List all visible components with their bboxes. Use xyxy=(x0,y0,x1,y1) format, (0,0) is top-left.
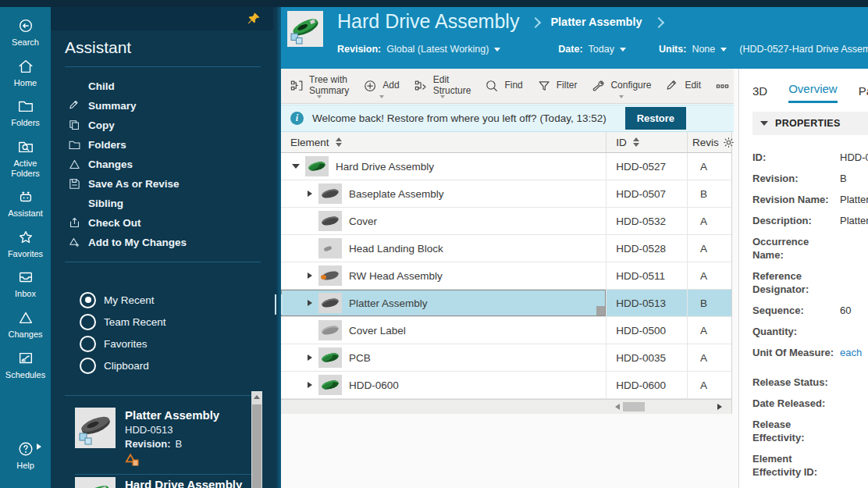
info-icon xyxy=(290,112,304,125)
recent-card-platter-assembly[interactable]: Platter Assembly HDD-0513 Revision:B xyxy=(75,405,261,475)
scrollbar-thumb[interactable] xyxy=(252,404,261,488)
assistant-menu-copy[interactable]: Copy xyxy=(68,116,273,135)
page-title: Hard Drive Assembly xyxy=(337,10,519,33)
expand-toggle-icon[interactable] xyxy=(304,382,315,388)
element-name: RW Head Assembly xyxy=(349,270,443,282)
scroll-up-button[interactable] xyxy=(251,391,262,403)
scroll-left-button[interactable] xyxy=(612,404,620,410)
recent-card-hard-drive-assembly[interactable]: Hard Drive Assembly HDD-0527 Revision:A xyxy=(75,475,261,488)
property-label: ID: xyxy=(752,151,840,164)
radio-button[interactable] xyxy=(80,358,96,374)
scroll-right-button[interactable] xyxy=(717,404,725,410)
column-settings-gear-icon[interactable] xyxy=(722,136,735,149)
table-row[interactable]: Cover Label HDD-0500 A xyxy=(281,317,731,344)
table-row[interactable]: PCB HDD-0035 A xyxy=(281,344,731,372)
edit-structure-button[interactable]: EditStructure xyxy=(407,69,478,103)
revision-dropdown[interactable]: Global (Latest Working) xyxy=(386,44,500,55)
scrollbar-thumb[interactable] xyxy=(623,402,645,411)
part-thumbnail xyxy=(318,347,342,368)
element-name: PCB xyxy=(349,352,371,364)
sidebar-item-assistant[interactable]: Assistant xyxy=(1,188,51,219)
radio-button[interactable] xyxy=(80,292,96,308)
edit-button[interactable]: Edit xyxy=(658,69,708,103)
find-button[interactable]: Find xyxy=(478,69,529,103)
configure-icon xyxy=(591,79,606,94)
sidebar-item-schedules[interactable]: Schedules xyxy=(1,350,51,380)
units-dropdown[interactable]: None xyxy=(692,44,727,55)
column-header-revision[interactable]: Revis xyxy=(688,132,731,152)
sidebar-item-active-folders[interactable]: Active Folders xyxy=(1,138,51,178)
tab-parts[interactable]: Pa xyxy=(859,84,868,103)
assistant-menu-add-to-my-changes[interactable]: Add to My Changes xyxy=(68,233,273,252)
element-id: HDD-0507 xyxy=(607,180,688,207)
more-tools-button[interactable] xyxy=(708,69,737,103)
property-label: Quantity: xyxy=(752,325,840,338)
expand-toggle-icon[interactable] xyxy=(304,354,315,361)
sidebar-item-changes[interactable]: Changes xyxy=(1,309,51,340)
filter-team-recent[interactable]: Team Recent xyxy=(80,311,273,333)
add-button[interactable]: Add xyxy=(356,69,406,103)
panel-resize-handle[interactable] xyxy=(275,294,283,315)
assistant-menu-check-out[interactable]: Check Out xyxy=(68,213,273,233)
chevron-down-icon xyxy=(620,48,626,55)
date-dropdown[interactable]: Today xyxy=(589,44,626,55)
breadcrumb-chevron-icon xyxy=(653,16,663,27)
table-row[interactable]: HDD-0600 HDD-0600 A xyxy=(281,372,731,399)
pencil-icon xyxy=(68,99,81,112)
table-row[interactable]: Head Landing Block HDD-0528 A xyxy=(281,235,731,262)
sidebar-item-inbox[interactable]: Inbox xyxy=(1,269,51,299)
configure-button[interactable]: Configure xyxy=(584,69,658,103)
property-label: Revision: xyxy=(752,172,840,185)
part-thumbnail xyxy=(318,211,342,231)
filter-favorites[interactable]: Favorites xyxy=(80,333,273,354)
pin-icon[interactable] xyxy=(247,12,261,26)
assistant-menu-save-as-or-revise[interactable]: Save As or Revise xyxy=(68,174,273,194)
tab-3d[interactable]: 3D xyxy=(752,84,767,103)
radio-button[interactable] xyxy=(80,336,96,352)
breadcrumb-platter-assembly[interactable]: Platter Assembly xyxy=(550,16,642,28)
properties-section-header[interactable]: PROPERTIES xyxy=(752,112,868,135)
sidebar-item-search[interactable]: Search xyxy=(1,17,51,48)
part-thumbnail xyxy=(318,183,342,204)
property-row: Release Effectivity: xyxy=(752,418,868,444)
radio-button[interactable] xyxy=(80,314,96,330)
assistant-menu-summary[interactable]: Summary xyxy=(68,96,273,116)
column-header-id[interactable]: ID xyxy=(607,132,688,152)
expand-toggle-icon[interactable] xyxy=(304,300,315,306)
chevron-down-icon xyxy=(720,48,727,55)
tab-overview[interactable]: Overview xyxy=(788,82,838,103)
table-row[interactable]: RW Head Assembly HDD-0511 A xyxy=(281,262,731,290)
save-icon xyxy=(68,177,81,191)
restore-button[interactable]: Restore xyxy=(625,107,686,130)
expand-toggle-icon[interactable] xyxy=(304,272,315,279)
sidebar-item-folders[interactable]: Folders xyxy=(1,98,51,128)
element-revision: A xyxy=(688,372,731,398)
assistant-menu-changes[interactable]: Changes xyxy=(68,155,273,174)
table-row[interactable]: Baseplate Assembly HDD-0507 B xyxy=(281,180,731,208)
table-row[interactable]: Hard Drive Assembly HDD-0527 A xyxy=(281,153,731,180)
filter-my-recent[interactable]: My Recent xyxy=(80,289,273,311)
horizontal-scrollbar[interactable] xyxy=(281,399,731,414)
column-header-element[interactable]: Element xyxy=(281,132,607,152)
property-value: 60 xyxy=(840,304,868,317)
expand-toggle-icon[interactable] xyxy=(290,160,301,173)
table-row[interactable]: Cover HDD-0532 A xyxy=(281,208,731,235)
element-revision: A xyxy=(688,208,731,234)
table-body: Hard Drive Assembly HDD-0527 A Baseplate… xyxy=(281,153,731,399)
sidebar-item-home[interactable]: Home xyxy=(1,58,51,88)
divider xyxy=(65,66,261,67)
table-row[interactable]: Platter Assembly HDD-0513 B xyxy=(281,290,731,317)
tree-with-summary-button[interactable]: Tree withSummary xyxy=(283,69,356,103)
part-thumbnail xyxy=(318,375,342,395)
sidebar-item-favorites[interactable]: Favorites xyxy=(1,229,51,259)
assistant-menu-sibling[interactable]: Sibling xyxy=(68,194,273,213)
assistant-menu-child[interactable]: Child xyxy=(68,77,273,96)
add-icon xyxy=(363,79,378,94)
filter-button[interactable]: Filter xyxy=(530,69,585,103)
filter-clipboard[interactable]: Clipboard xyxy=(80,354,273,376)
expand-toggle-icon[interactable] xyxy=(304,191,315,197)
part-thumbnail xyxy=(318,265,342,286)
sidebar-item-help[interactable]: Help xyxy=(1,440,51,471)
recent-items-scrollbar[interactable] xyxy=(251,391,262,488)
assistant-menu-folders[interactable]: Folders xyxy=(68,135,273,155)
